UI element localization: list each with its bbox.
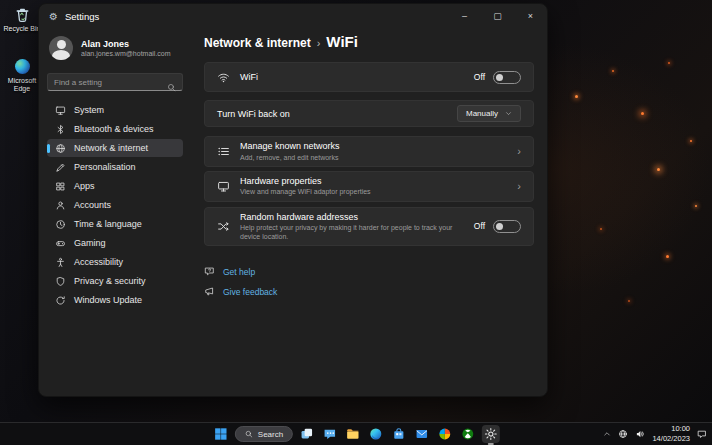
random-hardware-addresses-subtitle: Help protect your privacy by making it h… — [240, 223, 464, 241]
network-status-icon[interactable] — [618, 429, 628, 439]
file-explorer-button[interactable] — [344, 425, 362, 443]
hardware-properties-title: Hardware properties — [240, 176, 507, 186]
system-icon — [55, 105, 66, 116]
search-input[interactable] — [54, 78, 163, 87]
settings-nav: System Bluetooth & devices Network & int… — [47, 101, 183, 309]
sidebar-item-label: Windows Update — [74, 295, 142, 305]
hardware-properties-subtitle: View and manage WiFi adaptor properties — [240, 187, 470, 196]
manage-known-networks-subtitle: Add, remove, and edit networks — [240, 153, 470, 162]
sidebar-item-bluetooth-devices[interactable]: Bluetooth & devices — [47, 120, 183, 138]
user-profile[interactable]: Alan Jones alan.jones.wm@hotmail.com — [47, 32, 183, 64]
random-hardware-addresses-title: Random hardware addresses — [240, 212, 464, 222]
spark — [695, 205, 697, 207]
sidebar-item-windows-update[interactable]: Windows Update — [47, 291, 183, 309]
sidebar-item-apps[interactable]: Apps — [47, 177, 183, 195]
chevron-right-icon: › — [517, 180, 521, 192]
taskbar-search-label: Search — [258, 430, 283, 439]
microsoft-store-icon — [392, 427, 406, 441]
task-view-icon — [300, 427, 314, 441]
help-bubble-icon — [204, 266, 215, 277]
window-controls: – ▢ × — [448, 4, 547, 28]
tray-time: 10:00 — [652, 424, 690, 434]
taskbar-search[interactable]: Search — [235, 426, 293, 442]
spark — [600, 228, 602, 230]
window-titlebar: ⚙ Settings – ▢ × — [39, 4, 547, 28]
sidebar-item-label: Time & language — [74, 219, 142, 229]
clock[interactable]: 10:00 14/02/2023 — [652, 424, 690, 444]
network-list-icon — [217, 145, 230, 158]
page-title: WiFi — [326, 33, 358, 50]
taskbar: Search — [0, 422, 712, 445]
mail-button[interactable] — [413, 425, 431, 443]
user-email: alan.jones.wm@hotmail.com — [81, 50, 171, 57]
recycle-bin-icon — [14, 6, 31, 23]
start-button[interactable] — [212, 425, 230, 443]
sidebar-item-accounts[interactable]: Accounts — [47, 196, 183, 214]
turn-wifi-back-on-title: Turn WiFi back on — [217, 109, 447, 119]
shield-icon — [55, 276, 66, 287]
wifi-toggle-state: Off — [474, 72, 485, 82]
feedback-megaphone-icon — [204, 286, 215, 297]
sidebar-item-personalisation[interactable]: Personalisation — [47, 158, 183, 176]
volume-icon[interactable] — [635, 429, 645, 439]
sidebar-item-label: Gaming — [74, 238, 106, 248]
store-button[interactable] — [390, 425, 408, 443]
accessibility-person-icon — [55, 257, 66, 268]
spark — [641, 112, 644, 115]
hardware-properties-card[interactable]: Hardware properties View and manage WiFi… — [204, 171, 534, 202]
close-button[interactable]: × — [514, 4, 547, 28]
chevron-right-icon: › — [517, 145, 521, 157]
chat-button[interactable] — [321, 425, 339, 443]
photos-button[interactable] — [436, 425, 454, 443]
apps-grid-icon — [55, 181, 66, 192]
avatar — [49, 36, 73, 60]
wifi-toggle[interactable] — [493, 71, 521, 84]
turn-wifi-back-on-dropdown[interactable]: Manually — [457, 105, 521, 122]
desktop-icon-recycle-bin[interactable]: Recycle Bin — [2, 6, 42, 33]
notification-center-icon[interactable] — [697, 429, 707, 439]
xbox-button[interactable] — [459, 425, 477, 443]
chat-icon — [323, 427, 337, 441]
minimize-button[interactable]: – — [448, 4, 481, 28]
sidebar-item-label: Network & internet — [74, 143, 148, 153]
settings-search-box[interactable] — [47, 73, 183, 91]
random-hardware-addresses-card: Random hardware addresses Help protect y… — [204, 207, 534, 247]
windows-logo-icon — [214, 427, 228, 441]
edge-button[interactable] — [367, 425, 385, 443]
mail-icon — [415, 427, 429, 441]
random-addresses-toggle[interactable] — [493, 220, 521, 233]
edge-icon — [14, 58, 31, 75]
settings-taskbar-button[interactable] — [482, 425, 500, 443]
sidebar-item-system[interactable]: System — [47, 101, 183, 119]
spark — [668, 62, 670, 64]
update-arrows-icon — [55, 295, 66, 306]
maximize-button[interactable]: ▢ — [481, 4, 514, 28]
wifi-toggle-card: WiFi Off — [204, 62, 534, 92]
sidebar-item-time-language[interactable]: Time & language — [47, 215, 183, 233]
personalisation-brush-icon — [55, 162, 66, 173]
task-view-button[interactable] — [298, 425, 316, 443]
sidebar-item-privacy-security[interactable]: Privacy & security — [47, 272, 183, 290]
desktop-icon-microsoft-edge[interactable]: Microsoft Edge — [2, 58, 42, 93]
chevron-down-icon — [505, 110, 512, 117]
spark — [666, 255, 669, 258]
sidebar-item-label: System — [74, 105, 104, 115]
spark — [690, 140, 692, 142]
edge-icon — [369, 427, 383, 441]
search-icon — [245, 430, 253, 438]
breadcrumb-parent[interactable]: Network & internet — [204, 36, 311, 50]
clock-icon — [55, 219, 66, 230]
turn-wifi-back-on-card: Turn WiFi back on Manually — [204, 100, 534, 127]
get-help-link[interactable]: Get help — [204, 266, 534, 277]
desktop-icon-label: Microsoft Edge — [2, 77, 42, 93]
random-addresses-toggle-state: Off — [474, 221, 485, 231]
manage-known-networks-card[interactable]: Manage known networks Add, remove, and e… — [204, 136, 534, 167]
spark — [657, 168, 660, 171]
sidebar-item-label: Personalisation — [74, 162, 136, 172]
sidebar-item-accessibility[interactable]: Accessibility — [47, 253, 183, 271]
tray-chevron-up-icon[interactable] — [603, 430, 611, 438]
file-explorer-icon — [346, 427, 360, 441]
give-feedback-link[interactable]: Give feedback — [204, 286, 534, 297]
sidebar-item-network-internet[interactable]: Network & internet — [47, 139, 183, 157]
sidebar-item-gaming[interactable]: Gaming — [47, 234, 183, 252]
